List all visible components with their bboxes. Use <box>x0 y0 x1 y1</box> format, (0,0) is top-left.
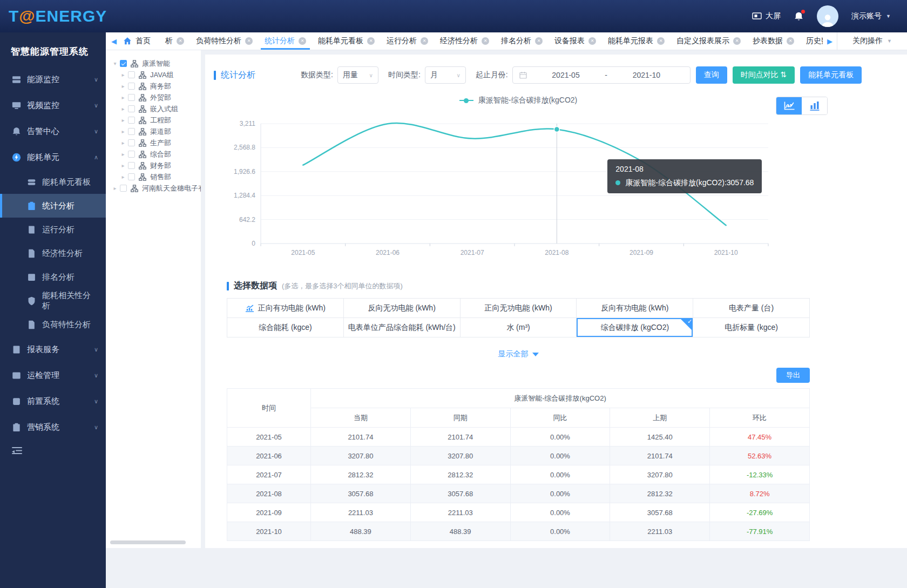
tree-checkbox[interactable] <box>128 83 135 90</box>
tree-toggle-icon[interactable]: ▸ <box>111 185 119 191</box>
month-range-input[interactable]: 2021-05 - 2021-10 <box>512 66 691 84</box>
close-operations-menu[interactable]: 关闭操作 ▼ <box>837 32 907 50</box>
line-chart-toggle[interactable] <box>776 97 802 114</box>
account-menu[interactable]: 演示账号 ▼ <box>851 11 891 21</box>
tree-toggle-icon[interactable]: ▸ <box>119 163 127 168</box>
sidebar-item-1[interactable]: 视频监控∨ <box>0 92 106 118</box>
tab-close-icon[interactable]: ✕ <box>177 37 184 45</box>
tree-toggle-icon[interactable]: ▸ <box>119 94 127 100</box>
data-item-cell-1[interactable]: 反向无功电能 (kWh) <box>344 299 461 318</box>
tree-node-6[interactable]: ▸生产部 <box>111 137 201 148</box>
data-item-cell-7[interactable]: 水 (m³) <box>461 318 577 337</box>
chart-legend[interactable]: 康派智能-综合碳排放(kgCO2) <box>205 96 831 105</box>
sidebar-item-5[interactable]: 运检管理∨ <box>0 362 106 388</box>
tree-checkbox[interactable] <box>128 162 135 169</box>
tab-item-7[interactable]: 设备报表✕ <box>549 32 602 50</box>
range-start-value[interactable]: 2021-05 <box>529 71 603 79</box>
data-item-cell-0[interactable]: 正向有功电能 (kWh) <box>227 299 344 318</box>
range-end-value[interactable]: 2021-10 <box>610 71 683 79</box>
tab-home[interactable]: 首页 <box>122 32 159 50</box>
tree-node-2[interactable]: ▸外贸部 <box>111 92 201 103</box>
query-button[interactable]: 查询 <box>696 66 727 84</box>
data-item-cell-2[interactable]: 正向无功电能 (kWh) <box>461 299 577 318</box>
tree-toggle-icon[interactable]: ▸ <box>119 106 127 112</box>
tree-toggle-icon[interactable]: ▸ <box>119 72 127 78</box>
tab-scroll-left-icon[interactable]: ◀ <box>106 32 122 50</box>
tree-toggle-icon[interactable]: ▾ <box>111 60 119 66</box>
bar-chart-toggle[interactable] <box>802 97 827 114</box>
sidebar-subitem-3-5[interactable]: 能耗相关性分析 <box>0 289 106 313</box>
tab-close-icon[interactable]: ✕ <box>733 37 741 45</box>
tab-close-icon[interactable]: ✕ <box>787 37 794 45</box>
big-screen-button[interactable]: 大屏 <box>752 11 781 21</box>
tab-close-icon[interactable]: ✕ <box>482 37 489 45</box>
tab-close-icon[interactable]: ✕ <box>657 37 665 45</box>
tab-item-10[interactable]: 抄表数据✕ <box>747 32 800 50</box>
tree-checkbox[interactable] <box>128 139 135 146</box>
tree-node-8[interactable]: ▸财务部 <box>111 160 201 171</box>
tab-item-6[interactable]: 排名分析✕ <box>495 32 549 50</box>
tree-node-9[interactable]: ▸销售部 <box>111 171 201 183</box>
data-item-cell-8[interactable]: 综合碳排放 (kgCO2) <box>577 318 693 337</box>
tab-close-icon[interactable]: ✕ <box>588 37 596 45</box>
notification-bell[interactable] <box>794 11 804 22</box>
collapse-sidebar-button[interactable] <box>0 440 106 455</box>
tab-item-9[interactable]: 自定义报表展示✕ <box>671 32 747 50</box>
data-item-cell-5[interactable]: 综合能耗 (kgce) <box>227 318 344 337</box>
tab-item-5[interactable]: 经济性分析✕ <box>434 32 495 50</box>
export-button[interactable]: 导出 <box>776 368 810 383</box>
tab-item-8[interactable]: 能耗单元报表✕ <box>602 32 671 50</box>
tree-node-3[interactable]: ▸嵌入式组 <box>111 103 201 114</box>
tree-checkbox[interactable] <box>128 94 135 101</box>
time-compare-button[interactable]: 时间点对比 ⇅ <box>733 66 795 84</box>
tree-node-sibling[interactable]: ▸河南航天金穗电子有 <box>111 183 201 194</box>
sidebar-item-6[interactable]: 前置系统∨ <box>0 388 106 414</box>
tree-node-0[interactable]: ▸JAVA组 <box>111 69 201 80</box>
tree-checkbox[interactable] <box>120 60 127 67</box>
tab-item-0[interactable]: 析✕ <box>159 32 190 50</box>
avatar[interactable] <box>817 5 838 27</box>
tab-item-1[interactable]: 负荷特性分析✕ <box>190 32 259 50</box>
show-all-toggle[interactable]: 显示全部 <box>227 349 810 359</box>
sidebar-item-3[interactable]: 能耗单元∧ <box>0 144 106 170</box>
tree-toggle-icon[interactable]: ▸ <box>119 129 127 134</box>
tab-item-11[interactable]: 历史数据✕ <box>800 32 823 50</box>
sidebar-item-4[interactable]: 报表服务∨ <box>0 336 106 362</box>
tree-checkbox[interactable] <box>128 105 135 112</box>
data-item-cell-3[interactable]: 反向有功电能 (kWh) <box>577 299 693 318</box>
tab-close-icon[interactable]: ✕ <box>299 37 306 45</box>
sidebar-subitem-3-0[interactable]: 能耗单元看板 <box>0 170 106 194</box>
tree-checkbox[interactable] <box>128 151 135 158</box>
sidebar-item-0[interactable]: 能源监控∨ <box>0 66 106 92</box>
tree-toggle-icon[interactable]: ▸ <box>119 174 127 180</box>
sidebar-subitem-3-1[interactable]: 统计分析 <box>0 194 106 218</box>
sidebar-item-7[interactable]: 营销系统∨ <box>0 414 106 440</box>
sidebar-subitem-3-3[interactable]: 经济性分析 <box>0 241 106 265</box>
statistics-line-chart[interactable]: 0642.21,284.41,926.62,568.83,2112021-052… <box>205 114 907 261</box>
tree-toggle-icon[interactable]: ▸ <box>119 117 127 123</box>
tree-node-root[interactable]: ▾康派智能 <box>111 58 201 69</box>
tab-close-icon[interactable]: ✕ <box>245 37 253 45</box>
sidebar-item-2[interactable]: 告警中心∨ <box>0 118 106 144</box>
tree-checkbox[interactable] <box>128 117 135 124</box>
tree-toggle-icon[interactable]: ▸ <box>119 83 127 89</box>
tree-node-5[interactable]: ▸渠道部 <box>111 126 201 137</box>
time-type-select[interactable]: 月 ∨ <box>425 66 466 84</box>
data-item-cell-9[interactable]: 电折标量 (kgce) <box>693 318 810 337</box>
tab-item-2[interactable]: 统计分析✕ <box>259 32 312 50</box>
tree-node-4[interactable]: ▸工程部 <box>111 114 201 126</box>
tab-scroll-right-icon[interactable]: ▶ <box>823 32 837 50</box>
tree-node-7[interactable]: ▸综合部 <box>111 148 201 160</box>
sidebar-subitem-3-2[interactable]: 运行分析 <box>0 218 106 241</box>
tree-scrollbar[interactable] <box>110 540 186 544</box>
tree-toggle-icon[interactable]: ▸ <box>119 140 127 146</box>
tree-checkbox[interactable] <box>128 173 135 180</box>
tab-close-icon[interactable]: ✕ <box>367 37 375 45</box>
tab-close-icon[interactable]: ✕ <box>535 37 543 45</box>
tree-checkbox[interactable] <box>128 128 135 135</box>
tree-checkbox[interactable] <box>128 71 135 78</box>
tree-toggle-icon[interactable]: ▸ <box>119 151 127 157</box>
energy-unit-kanban-button[interactable]: 能耗单元看板 <box>800 66 862 84</box>
sidebar-subitem-3-6[interactable]: 负荷特性分析 <box>0 313 106 336</box>
tab-close-icon[interactable]: ✕ <box>421 37 428 45</box>
